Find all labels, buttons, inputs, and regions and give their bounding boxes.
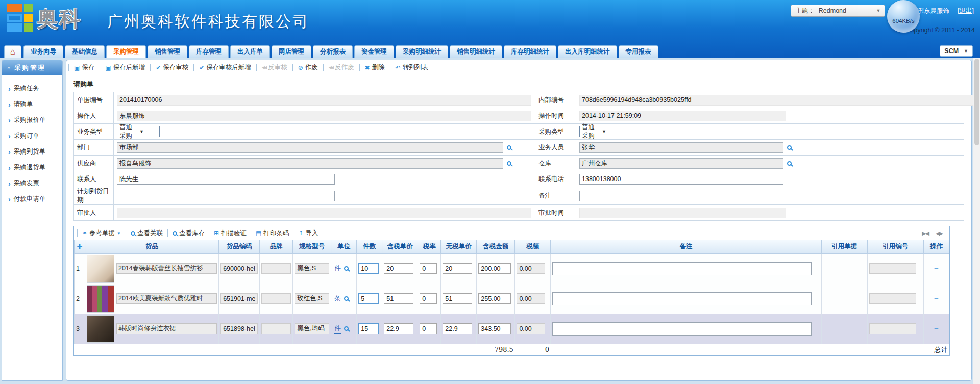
tab-purchase-detail-stats[interactable]: 采购明细统计	[396, 45, 448, 58]
scm-select[interactable]: SCM ▼	[940, 45, 973, 57]
expand-columns-icon[interactable]: ◀▶	[936, 230, 942, 237]
tax-rate-input[interactable]	[420, 323, 437, 334]
tab-inventory-mgmt[interactable]: 库存管理	[189, 45, 229, 58]
goods-code-field[interactable]	[220, 323, 258, 334]
remove-row-icon[interactable]: −	[925, 294, 947, 303]
unapprove-button[interactable]: ◀◀反审核	[257, 63, 292, 72]
price-with-tax-input[interactable]	[384, 263, 413, 274]
search-icon[interactable]	[507, 145, 511, 150]
purchase-type-select[interactable]: 普通采购▼	[579, 126, 622, 137]
tax-amount-field[interactable]	[517, 323, 545, 334]
line-remark-input[interactable]	[552, 322, 812, 336]
price-with-tax-input[interactable]	[384, 323, 413, 334]
ref-no-field[interactable]	[869, 323, 916, 334]
tax-rate-input[interactable]	[420, 293, 437, 304]
scan-verify-button[interactable]: ⊞扫描验证	[209, 229, 251, 238]
qty-input[interactable]	[358, 293, 379, 304]
price-no-tax-input[interactable]	[443, 323, 472, 334]
unit-link[interactable]: 件	[334, 324, 341, 334]
spec-field[interactable]	[295, 293, 329, 304]
view-relations-button[interactable]: 查看关联	[126, 229, 167, 238]
approver-field[interactable]	[117, 208, 531, 218]
supplier-field[interactable]	[117, 158, 503, 169]
goods-code-field[interactable]	[220, 263, 258, 274]
contact-phone-field[interactable]	[579, 174, 783, 185]
tax-amount-field[interactable]	[517, 293, 545, 304]
brand-field[interactable]	[261, 263, 291, 274]
tab-in-out-orders[interactable]: 出入库单	[230, 45, 270, 58]
qty-input[interactable]	[358, 263, 379, 274]
save-and-new-button[interactable]: ▣保存后新增	[100, 63, 150, 72]
search-icon[interactable]	[344, 326, 349, 331]
spec-field[interactable]	[295, 323, 329, 334]
tab-in-out-detail-stats[interactable]: 出入库明细统计	[558, 45, 617, 58]
remove-row-icon[interactable]: −	[925, 264, 947, 273]
go-to-list-button[interactable]: ↶转到列表	[390, 63, 433, 72]
tab-online-store[interactable]: 网店管理	[272, 45, 311, 58]
tab-analysis-reports[interactable]: 分析报表	[313, 45, 353, 58]
tab-special-reports[interactable]: 专用报表	[619, 45, 658, 58]
sidebar-item-purchase-arrival[interactable]: ›采购到货单	[2, 144, 62, 160]
tab-sales-mgmt[interactable]: 销售管理	[148, 45, 187, 58]
approval-time-field[interactable]	[579, 208, 786, 218]
planned-arrival-date-field[interactable]	[117, 191, 335, 201]
line-remark-input[interactable]	[552, 292, 812, 305]
doc-number-field[interactable]	[117, 95, 531, 106]
line-remark-input[interactable]	[552, 262, 812, 275]
goods-code-field[interactable]	[220, 293, 258, 304]
sidebar-item-purchase-return[interactable]: ›采购退货单	[2, 160, 62, 175]
save-approve-button[interactable]: ✔保存审核	[151, 63, 193, 72]
price-no-tax-input[interactable]	[443, 293, 472, 304]
tax-rate-input[interactable]	[420, 263, 437, 274]
warehouse-field[interactable]	[579, 158, 783, 169]
logout-link[interactable]: [退出]	[958, 7, 974, 15]
operator-field[interactable]	[117, 111, 531, 121]
view-stock-button[interactable]: 查看库存	[168, 229, 209, 238]
department-field[interactable]	[117, 142, 503, 153]
add-row-icon[interactable]: ✚	[77, 243, 83, 250]
save-approve-and-new-button[interactable]: ✔保存审核后新增	[194, 63, 256, 72]
search-icon[interactable]	[787, 145, 792, 150]
price-no-tax-input[interactable]	[443, 263, 472, 274]
network-speed-bubble[interactable]: 604KB/s	[887, 0, 920, 33]
internal-number-field[interactable]	[579, 95, 980, 106]
ref-no-field[interactable]	[869, 263, 916, 274]
import-button[interactable]: ↥导入	[293, 229, 323, 238]
contact-person-field[interactable]	[117, 174, 335, 185]
price-with-tax-input[interactable]	[384, 293, 413, 304]
sidebar-item-payment-request[interactable]: ›付款申请单	[2, 191, 62, 207]
search-icon[interactable]	[507, 161, 511, 166]
sidebar-item-purchase-order[interactable]: ›采购订单	[2, 128, 62, 144]
operation-time-field[interactable]	[579, 111, 786, 121]
scrollbar-thumb[interactable]	[974, 59, 979, 145]
tab-basic-info[interactable]: 基础信息	[65, 45, 105, 58]
sidebar-item-requisition[interactable]: ›请购单	[2, 96, 62, 112]
void-button[interactable]: ⊘作废	[293, 63, 323, 72]
search-icon[interactable]	[787, 161, 792, 166]
ref-no-field[interactable]	[869, 293, 916, 304]
business-type-select[interactable]: 普通采购▼	[117, 126, 160, 137]
tab-inventory-detail-stats[interactable]: 库存明细统计	[504, 45, 556, 58]
home-tab[interactable]: ⌂	[4, 45, 21, 58]
reference-doc-button[interactable]: ⚭参考单据▼	[78, 229, 126, 238]
collapse-columns-icon[interactable]: ▶◀	[922, 230, 928, 237]
print-barcode-button[interactable]: ▤打印条码	[251, 229, 293, 238]
theme-select[interactable]: 主题： Redmond ▼	[791, 5, 885, 17]
sidebar-item-purchase-task[interactable]: ›采购任务	[2, 81, 62, 96]
unit-link[interactable]: 件	[334, 264, 341, 273]
salesperson-field[interactable]	[579, 142, 783, 153]
remark-field[interactable]	[579, 191, 783, 201]
sidebar-item-purchase-invoice[interactable]: ›采购发票	[2, 175, 62, 191]
unit-link[interactable]: 条	[334, 294, 341, 303]
product-name-link[interactable]: 2014欧美夏装新款气质优雅时	[118, 294, 203, 303]
amount-with-tax-input[interactable]	[478, 323, 511, 334]
product-name-link[interactable]: 2014春装韩版蕾丝长袖雪纺衫	[118, 264, 203, 273]
sidebar-item-purchase-quote[interactable]: ›采购报价单	[2, 112, 62, 128]
product-name-link[interactable]: 韩版时尚修身连衣裙	[118, 324, 176, 333]
spec-field[interactable]	[295, 263, 329, 274]
remove-row-icon[interactable]: −	[925, 324, 947, 333]
tab-business-wizard[interactable]: 业务向导	[23, 45, 63, 58]
tax-amount-field[interactable]	[517, 263, 545, 274]
tab-funds-mgmt[interactable]: 资金管理	[354, 45, 394, 58]
tab-purchase-mgmt[interactable]: 采购管理	[106, 45, 146, 58]
